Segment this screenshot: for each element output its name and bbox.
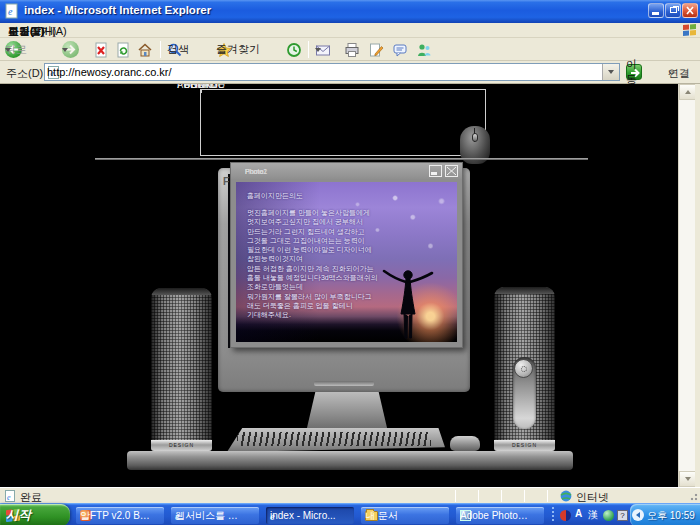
speaker-brand: DESIGN <box>151 440 212 451</box>
flash-close-button[interactable] <box>445 165 458 177</box>
toolbar-separator <box>308 41 309 58</box>
stop-icon <box>93 42 109 58</box>
content-scrollbar[interactable] <box>678 84 695 487</box>
monitor-brand-letter: F <box>223 176 229 187</box>
start-label: 시작 <box>6 507 31 524</box>
poem-title: 홈페이지만든의도 <box>247 191 303 201</box>
mouse-wheel <box>472 133 478 142</box>
svg-text:e: e <box>8 6 13 17</box>
tray-icon-ime-pad[interactable]: ? <box>617 510 628 521</box>
taskbar-clock: 오후 10:59 <box>647 509 695 523</box>
resize-grip[interactable] <box>688 491 698 501</box>
volume-recess <box>513 357 536 429</box>
start-button[interactable]: 시작 <box>0 504 70 525</box>
minimize-button[interactable] <box>648 3 664 18</box>
windows-logo-icon <box>683 24 697 37</box>
speaker-brand: DESIGN <box>494 440 555 451</box>
woman-silhouette <box>382 268 434 340</box>
flash-maximize-button[interactable] <box>429 165 442 177</box>
menu-bar: 파일(F) 편집(E) 보기(V) 즐겨찾기(A) 도구(T) 도움말(H) <box>0 23 700 38</box>
nav-label: LINK <box>190 84 212 90</box>
mail-dropdown-icon[interactable] <box>315 48 321 52</box>
forward-dropdown-icon[interactable] <box>62 48 68 52</box>
shelf-line <box>95 158 588 160</box>
svg-text:e: e <box>7 493 11 502</box>
browser-window: e index - Microsoft Internet Explorer 파일… <box>0 0 700 525</box>
volume-knob <box>514 359 533 378</box>
address-dropdown-button[interactable] <box>602 64 619 80</box>
tray-separator <box>552 507 554 523</box>
desk-shelf <box>127 451 573 470</box>
site-nav: ABOUTME PORTFLIO PHOTO <box>200 89 486 156</box>
favorites-label: 즐겨찾기 <box>216 42 260 57</box>
address-input[interactable]: e http://newosy.oranc.co.kr/ <box>44 63 620 81</box>
window-title: index - Microsoft Internet Explorer <box>24 4 211 16</box>
taskbar-button-index-active[interactable]: e index - Micro... <box>266 507 354 524</box>
edit-icon <box>368 42 384 58</box>
keyboard-keys <box>237 432 431 446</box>
search-label: 검색 <box>167 42 189 57</box>
flash-window: Photo1 Photo2 Home 홈페이지만든의도 멋진홈페이지를 만들어 … <box>230 162 463 348</box>
close-button[interactable] <box>682 3 698 18</box>
system-tray: 오후 10:59 <box>630 504 700 525</box>
monitor-button-panel <box>314 381 374 386</box>
messenger-icon <box>416 42 432 58</box>
address-label: 주소(D) <box>6 66 43 81</box>
print-icon <box>344 42 360 58</box>
intro-image: 홈페이지만든의도 멋진홈페이지를 만들어 놓은사람들에게 멋지보여주고싶지만 집… <box>236 182 457 342</box>
taskbar-button-alftp[interactable]: 알FTP v2.0 Bet... <box>76 507 164 524</box>
tray-icon-ime-ball[interactable] <box>560 510 571 521</box>
scroll-down-button[interactable] <box>679 471 696 487</box>
desk-mouse-graphic <box>450 436 480 451</box>
status-bar: e 완료 인터넷 <box>0 487 700 503</box>
nav-board[interactable]: BOARD <box>201 90 202 93</box>
refresh-icon <box>115 42 131 58</box>
tab-home[interactable]: Home <box>245 168 264 175</box>
url-text: http://newosy.oranc.co.kr/ <box>47 66 172 78</box>
tray-collapse-chevron[interactable] <box>632 509 644 521</box>
title-bar: e index - Microsoft Internet Explorer <box>0 0 700 23</box>
tray-ime-english[interactable]: A <box>575 508 582 519</box>
right-speaker: DESIGN <box>494 287 555 451</box>
history-icon <box>286 42 302 58</box>
menu-help[interactable]: 도움말(H) <box>0 23 64 39</box>
toolbar-separator <box>160 41 161 58</box>
page-content: ABOUTME PORTFLIO PHOTO <box>0 84 700 487</box>
back-dropdown-icon[interactable] <box>5 48 11 52</box>
tray-ime-hanja[interactable]: 漢 <box>588 508 598 522</box>
address-bar: 주소(D) e http://newosy.oranc.co.kr/ 이동 연결… <box>0 61 700 84</box>
left-speaker: DESIGN <box>151 288 212 451</box>
links-chevron[interactable]: » <box>668 66 674 78</box>
discuss-icon <box>392 42 408 58</box>
internet-globe-icon <box>560 490 572 502</box>
poem-body: 멋진홈페이지를 만들어 놓은사람들에게 멋지보여주고싶지만 집에서 공부해서 만… <box>247 208 378 320</box>
scroll-up-button[interactable] <box>679 84 696 100</box>
keyboard-graphic <box>227 428 445 452</box>
window-frame-edge <box>695 84 700 487</box>
restore-button[interactable] <box>665 3 681 18</box>
flash-window-titlebar: Photo1 Photo2 Home <box>231 163 462 179</box>
ie-window-icon: e <box>4 3 20 19</box>
go-label: 이동 <box>626 57 637 87</box>
taskbar: 시작 알FTP v2.0 Bet... e 웹서비스를 선... e index… <box>0 503 700 525</box>
home-icon <box>137 42 153 58</box>
taskbar-button-webservice[interactable]: e 웹서비스를 선... <box>171 507 259 524</box>
status-page-icon: e <box>4 490 16 502</box>
toolbar: 뒤로 <box>0 38 700 61</box>
taskbar-button-mydocs[interactable]: 내 문서 <box>361 507 449 524</box>
tray-icon-messenger[interactable] <box>603 510 614 521</box>
taskbar-button-photoshop[interactable]: Adobe Photos... <box>456 507 544 524</box>
